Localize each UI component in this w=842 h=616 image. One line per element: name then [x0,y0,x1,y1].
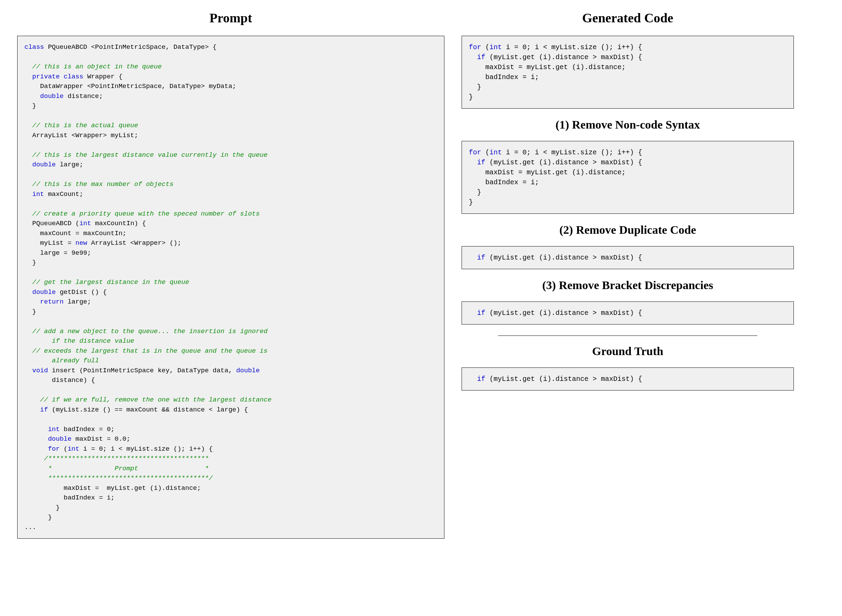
ground-truth-title: Ground Truth [461,345,794,358]
generated-title: Generated Code [461,10,794,25]
step1-title: (1) Remove Non-code Syntax [461,118,794,131]
step2-title: (2) Remove Duplicate Code [461,223,794,236]
left-column: Prompt class PQueueABCD <PointInMetricSp… [17,10,444,539]
step3-code-box: if (myList.get (i).distance > maxDist) { [461,301,794,324]
prompt-code-box: class PQueueABCD <PointInMetricSpace, Da… [17,36,444,539]
prompt-title: Prompt [17,10,444,25]
figure-container: Prompt class PQueueABCD <PointInMetricSp… [17,10,808,539]
step1-code-box: for (int i = 0; i < myList.size (); i++)… [461,141,794,214]
ground-truth-code-box: if (myList.get (i).distance > maxDist) { [461,367,794,390]
generated-code-box: for (int i = 0; i < myList.size (); i++)… [461,36,794,109]
step3-title: (3) Remove Bracket Discrepancies [461,279,794,292]
right-column: Generated Code for (int i = 0; i < myLis… [461,10,794,539]
step2-code-box: if (myList.get (i).distance > maxDist) { [461,246,794,269]
divider-line [498,336,757,336]
